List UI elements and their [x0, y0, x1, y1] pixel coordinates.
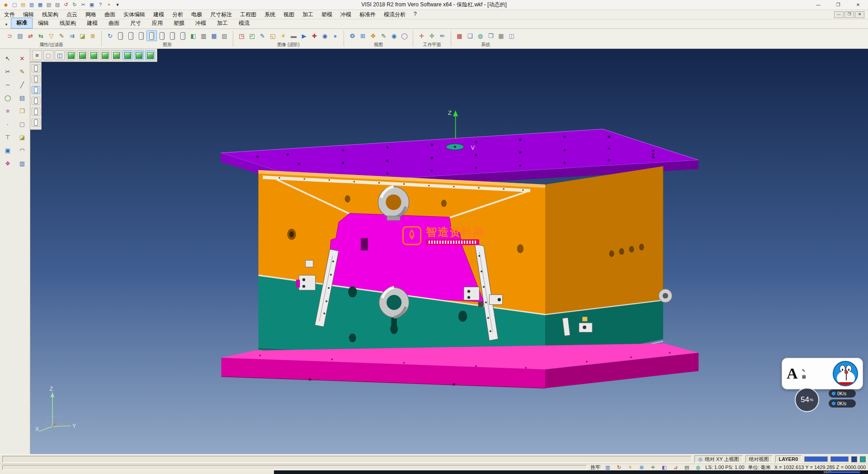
view-cube-right-icon[interactable]: [100, 50, 110, 60]
swap-entities-icon[interactable]: ⇄: [25, 30, 36, 41]
eraser-tool-icon[interactable]: ◪: [17, 132, 28, 142]
menu-item-17[interactable]: 冲模: [336, 10, 355, 19]
ghost-view-icon[interactable]: [167, 30, 178, 41]
status-axis-icon[interactable]: ⊿: [672, 465, 679, 470]
wireframe-view-icon[interactable]: [126, 30, 136, 41]
menu-item-19[interactable]: 模流分析: [380, 10, 410, 19]
display-toggle-3[interactable]: [32, 86, 40, 94]
background-color-swatch[interactable]: [860, 456, 866, 462]
view-cube-back-icon[interactable]: [77, 50, 87, 60]
sketch-tool-icon[interactable]: ✎: [17, 66, 28, 76]
edit-image-icon[interactable]: ✎: [257, 30, 268, 41]
info-icon[interactable]: ✦: [105, 1, 113, 9]
tab-5[interactable]: 曲面: [103, 18, 125, 28]
measure-icon[interactable]: ✎: [378, 30, 389, 41]
curvature-analysis-icon[interactable]: ▦: [209, 30, 219, 41]
curve-tool-icon[interactable]: ∼: [2, 80, 13, 90]
view-cube-iso1-icon[interactable]: [123, 50, 132, 60]
mdi-close-button[interactable]: ✕: [855, 11, 864, 18]
new-file-icon[interactable]: ▢: [10, 1, 19, 9]
display-toggle-4[interactable]: [32, 97, 40, 105]
orbit-icon[interactable]: ◯: [399, 30, 410, 41]
trim-tool-icon[interactable]: ✂: [2, 66, 13, 76]
maximize-button[interactable]: ❐: [828, 0, 848, 9]
attribute-magnet-icon[interactable]: ⊃: [5, 30, 15, 41]
viewport-display-mode-icon[interactable]: ◫: [55, 50, 65, 60]
tab-3[interactable]: 线架构: [54, 18, 81, 28]
3d-viewport[interactable]: Z: [30, 49, 868, 454]
keyboard-icon[interactable]: ▦: [802, 374, 806, 379]
render-settings-icon[interactable]: ◳: [236, 30, 247, 41]
plot-icon[interactable]: ▨: [53, 1, 61, 9]
sphere-render-icon[interactable]: ●: [330, 30, 340, 41]
surface-tool-icon[interactable]: ❒: [17, 106, 28, 116]
display-toggle-2[interactable]: [32, 75, 40, 83]
print-icon[interactable]: ▧: [45, 1, 53, 9]
save-all-icon[interactable]: ▦: [36, 1, 44, 9]
point-tool-icon[interactable]: ∙: [2, 119, 13, 129]
status-plane-icon[interactable]: ◧: [660, 465, 668, 470]
deselect-tool-icon[interactable]: ✕: [17, 53, 28, 63]
copy-icon[interactable]: ▣: [88, 1, 96, 9]
zoom-window-icon[interactable]: ⊞: [358, 30, 368, 41]
tab-2[interactable]: 编辑: [33, 18, 54, 28]
material-icon[interactable]: ◰: [247, 30, 257, 41]
close-button[interactable]: ✕: [848, 0, 868, 9]
note-tool-icon[interactable]: ▤: [17, 93, 28, 103]
shaded-view-icon[interactable]: [115, 30, 126, 41]
menu-item-20[interactable]: ?: [410, 10, 421, 19]
current-color-swatch[interactable]: [851, 456, 857, 462]
display-toggle-1[interactable]: [32, 64, 40, 72]
battery-percent-indicator[interactable]: 54%: [795, 388, 819, 412]
lighting-icon[interactable]: ☀: [278, 30, 288, 41]
minimize-button[interactable]: —: [808, 0, 828, 9]
clipboard-tool-icon[interactable]: ▥: [17, 158, 28, 168]
visibility-icon[interactable]: ◉: [389, 30, 399, 41]
pan-view-icon[interactable]: ✥: [368, 30, 378, 41]
background-icon[interactable]: ▬: [288, 30, 299, 41]
workplane-origin-icon[interactable]: ✛: [416, 30, 427, 41]
color-settings-icon[interactable]: ▩: [454, 30, 465, 41]
tab-8[interactable]: 塑膜: [168, 18, 190, 28]
status-save-icon[interactable]: ▥: [604, 465, 611, 470]
hidden-line-view-icon[interactable]: [136, 30, 146, 41]
redo-icon[interactable]: ↻: [71, 1, 79, 9]
help-icon[interactable]: ?: [96, 1, 104, 9]
lock-label[interactable]: 拴牢: [590, 464, 600, 471]
transfer-attributes-icon[interactable]: ⇆: [36, 30, 46, 41]
tab-4[interactable]: 建模: [81, 18, 103, 28]
transparent-view-icon[interactable]: [157, 30, 167, 41]
tsquare-tool-icon[interactable]: ⊤: [2, 132, 13, 142]
texture-icon[interactable]: ◱: [268, 30, 278, 41]
tab-11[interactable]: 模流: [233, 18, 255, 28]
status-world-icon[interactable]: ◍: [694, 465, 702, 470]
raster-icon[interactable]: ▦: [496, 30, 506, 41]
viewport-menu-icon[interactable]: ≡: [32, 50, 42, 60]
status-grid-icon[interactable]: ⊞: [638, 465, 645, 470]
status-light-icon[interactable]: ☀: [627, 465, 634, 470]
refresh-graphics-icon[interactable]: ↻: [105, 30, 115, 41]
edit-attribute-icon[interactable]: ✎: [57, 30, 67, 41]
quick-access-dropdown[interactable]: ▾: [113, 1, 122, 9]
window-settings-icon[interactable]: ❐: [486, 30, 496, 41]
status-refresh-icon[interactable]: ↻: [615, 465, 623, 470]
input-assistant-panel[interactable]: A ✎▦: [782, 358, 863, 389]
model-canvas[interactable]: Z: [30, 49, 868, 454]
capture-icon[interactable]: ◉: [320, 30, 330, 41]
filter-icon[interactable]: ▽: [46, 30, 57, 41]
tab-dropdown-button[interactable]: ▾: [2, 20, 11, 28]
display-toggle-5[interactable]: [32, 108, 40, 116]
view-mode-segment[interactable]: ◎ 绝对 XY 上视图: [694, 455, 742, 463]
pen-color-bar[interactable]: [830, 456, 849, 462]
arc-tool-icon[interactable]: ◠: [17, 145, 28, 155]
tab-9[interactable]: 冲模: [190, 18, 212, 28]
dynamic-hidden-view-icon[interactable]: [146, 30, 157, 41]
absolute-view-segment[interactable]: 绝对视图: [745, 455, 773, 463]
draft-analysis-icon[interactable]: ◧: [188, 30, 198, 41]
mdi-restore-button[interactable]: ❐: [844, 11, 854, 18]
menu-item-14[interactable]: 视图: [279, 10, 298, 19]
view-cube-iso2-icon[interactable]: [134, 50, 144, 60]
tab-10[interactable]: 加工: [212, 18, 233, 28]
display-settings-icon[interactable]: ❑: [465, 30, 475, 41]
select-tool-icon[interactable]: ↖: [2, 53, 13, 63]
